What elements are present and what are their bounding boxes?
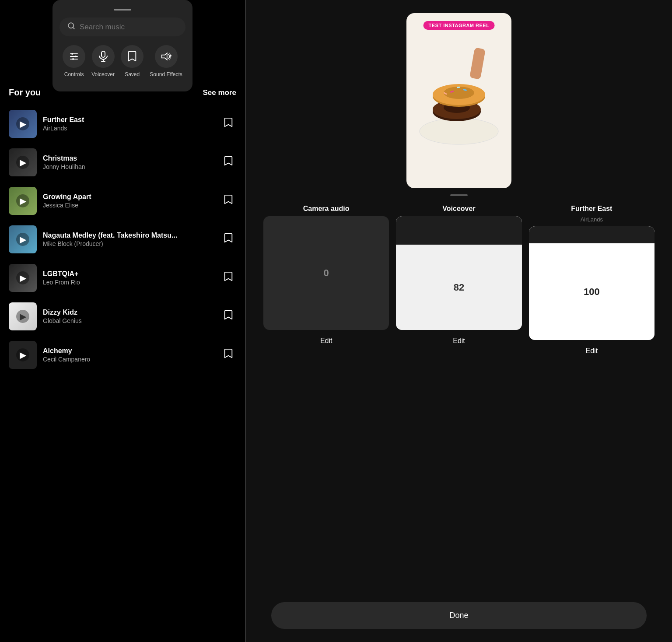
camera-value: 0 [324,267,329,279]
svg-line-1 [73,27,74,28]
quick-action-saved[interactable]: Saved [121,45,144,77]
voiceover-slider[interactable]: 82 [396,216,522,330]
svg-point-7 [72,58,74,60]
track-item[interactable]: ▶ Growing Apart Jessica Elise [7,182,238,220]
music-edit-button[interactable]: Edit [586,347,598,355]
track-name: Nagauta Medley (feat. Takeshiro Matsu... [43,232,214,239]
track-list: ▶ Further East AirLands ▶ Chris [7,105,238,374]
track-info: Growing Apart Jessica Elise [43,193,214,209]
voiceover-icon [92,45,115,68]
bookmark-button[interactable] [220,154,236,171]
track-thumbnail: ▶ [9,110,37,138]
bookmark-button[interactable] [220,270,236,286]
track-name: LGBTQIA+ [43,270,214,278]
svg-rect-25 [469,47,486,79]
sound-effects-icon [155,45,178,68]
track-name: Further East [43,116,214,124]
track-name: Growing Apart [43,193,214,201]
search-bar[interactable] [60,18,186,36]
search-icon [67,22,75,32]
track-item[interactable]: ▶ Alchemy Cecil Campanero [7,336,238,374]
track-artist: Global Genius [43,317,214,324]
svg-point-3 [71,53,73,55]
track-artist: Jonny Houlihan [43,163,214,170]
track-artist: Cecil Campanero [43,356,214,363]
bookmark-button[interactable] [220,116,236,132]
track-item[interactable]: ▶ LGBTQIA+ Leo From Rio [7,259,238,297]
controls-label: Controls [64,71,84,77]
track-item[interactable]: ▶ Dizzy Kidz Global Genius [7,297,238,336]
music-slider[interactable]: 100 [529,226,654,340]
play-icon: ▶ [16,233,29,246]
quick-action-controls[interactable]: Controls [63,45,85,77]
audio-controls: Camera audio 0 Edit Voiceover 82 Edit [246,205,672,355]
track-name: Alchemy [43,347,214,355]
play-icon: ▶ [16,310,29,323]
voiceover-edit-button[interactable]: Edit [453,337,465,345]
right-drag-handle[interactable] [450,194,468,196]
voiceover-channel: Voiceover 82 Edit [396,205,522,355]
track-info: Nagauta Medley (feat. Takeshiro Matsu...… [43,232,214,247]
drag-handle[interactable] [114,9,131,11]
track-thumbnail: ▶ [9,148,37,176]
play-icon: ▶ [16,117,29,130]
track-info: Alchemy Cecil Campanero [43,347,214,363]
svg-point-20 [444,87,474,99]
quick-action-voiceover[interactable]: Voiceover [91,45,115,77]
track-item[interactable]: ▶ Nagauta Medley (feat. Takeshiro Matsu.… [7,220,238,259]
track-thumbnail: ▶ [9,187,37,215]
bookmark-button[interactable] [220,347,236,363]
track-artist: Mike Block (Producer) [43,240,214,247]
track-item[interactable]: ▶ Christmas Jonny Houlihan [7,143,238,182]
voiceover-value: 82 [454,282,464,293]
right-panel: TEST INSTAGRAM REEL [246,0,672,642]
svg-marker-11 [161,53,167,60]
svg-rect-8 [102,51,105,57]
bookmark-button[interactable] [220,308,236,325]
music-fill: 100 [529,243,654,340]
track-artist: AirLands [43,125,214,132]
track-info: Further East AirLands [43,116,214,132]
voiceover-title: Voiceover [442,205,475,213]
svg-point-5 [75,56,77,57]
done-button[interactable]: Done [271,602,646,629]
camera-title: Camera audio [303,205,350,213]
left-panel: Controls Voiceover [0,0,245,642]
camera-fill: 0 [263,216,389,330]
controls-icon [63,45,85,68]
quick-action-sound-effects[interactable]: Sound Effects [150,45,182,77]
track-item[interactable]: ▶ Further East AirLands [7,105,238,143]
search-input[interactable] [80,23,178,32]
play-icon: ▶ [16,348,29,361]
donut-scene [406,13,511,188]
track-info: Dizzy Kidz Global Genius [43,309,214,324]
bookmark-button[interactable] [220,193,236,209]
track-info: Christmas Jonny Houlihan [43,154,214,170]
play-icon: ▶ [16,194,29,207]
music-channel: Further East AirLands 100 Edit [529,205,654,355]
saved-label: Saved [125,71,140,77]
svg-point-14 [420,118,498,144]
track-artist: Jessica Elise [43,202,214,209]
track-name: Christmas [43,154,214,162]
see-more-button[interactable]: See more [203,88,236,97]
track-thumbnail: ▶ [9,225,37,253]
play-icon: ▶ [16,271,29,284]
sound-effects-label: Sound Effects [150,71,182,77]
reel-label: TEST INSTAGRAM REEL [424,21,495,30]
camera-edit-button[interactable]: Edit [320,337,332,345]
camera-audio-channel: Camera audio 0 Edit [263,205,389,355]
saved-icon [121,45,144,68]
music-title: Further East [571,205,612,213]
overlay-sheet: Controls Voiceover [52,0,192,91]
track-thumbnail: ▶ [9,341,37,369]
play-icon: ▶ [16,156,29,169]
voiceover-fill: 82 [396,245,522,330]
camera-slider[interactable]: 0 [263,216,389,330]
section-title: For you [9,88,41,98]
video-preview: TEST INSTAGRAM REEL [406,13,511,188]
bookmark-button[interactable] [220,231,236,248]
music-subtitle: AirLands [581,216,603,223]
voiceover-label: Voiceover [91,71,115,77]
track-thumbnail: ▶ [9,264,37,292]
